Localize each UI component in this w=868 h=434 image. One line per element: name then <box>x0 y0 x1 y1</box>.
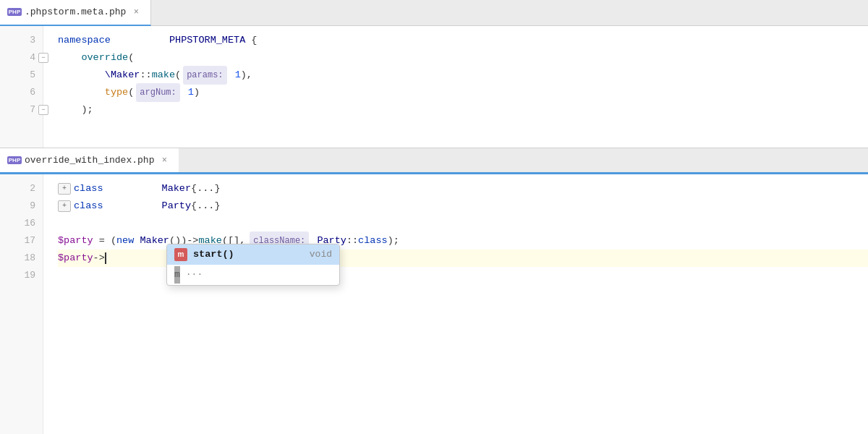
punct-party-body: {...} <box>191 197 221 215</box>
bottom-editor-section: PHP override_with_index.php × 2 9 16 17 … <box>0 148 868 434</box>
keyword-new-17: new <box>116 232 134 250</box>
punct-paren-5: ( <box>175 67 181 84</box>
php-file-icon-bottom: PHP <box>9 155 20 166</box>
editor-container: PHP .phpstorm.meta.php × 3 4 − 5 6 7 − <box>0 0 868 434</box>
line-num-4: 4 − <box>0 49 35 67</box>
line-num-19: 19 <box>0 267 35 284</box>
punct-close-5: ), <box>241 67 252 84</box>
num-1-line6: 1 <box>182 84 194 101</box>
keyword-class-2: class <box>74 180 103 197</box>
punct-paren-open-4: ( <box>128 49 134 67</box>
classname-maker-17: Maker <box>140 232 169 250</box>
punct-brace-open: { <box>245 32 257 49</box>
backslash-maker: \Maker <box>105 67 140 84</box>
classname-party: Party <box>162 197 192 215</box>
indent-7 <box>58 101 81 119</box>
punct-colons-17: :: <box>346 232 358 250</box>
code-line-3: namespace PHPSTORM_META { <box>58 32 868 49</box>
text-cursor <box>105 252 106 264</box>
code-line-4: override ( <box>58 49 868 67</box>
var-party-18: $party <box>58 250 93 267</box>
top-code-content: namespace PHPSTORM_META { override ( \Ma… <box>43 26 868 148</box>
line-num-6: 6 <box>0 84 35 101</box>
bottom-tab-bar: PHP override_with_index.php × <box>0 148 868 174</box>
code-line-5: \Maker :: make ( params: 1 ), <box>58 67 868 84</box>
tab-close-phpstorm-meta[interactable]: × <box>130 7 142 18</box>
line-num-5: 5 <box>0 67 35 84</box>
classname-maker: Maker <box>162 180 192 197</box>
punct-close-6: ) <box>194 84 200 101</box>
var-party-17: $party <box>58 232 93 250</box>
php-file-icon: PHP <box>9 7 20 18</box>
top-editor-section: PHP .phpstorm.meta.php × 3 4 − 5 6 7 − <box>0 0 868 148</box>
fold-icon-class-maker[interactable]: + <box>58 183 71 195</box>
fold-icon-class-party[interactable]: + <box>58 200 71 212</box>
tab-label-phpstorm-meta: .phpstorm.meta.php <box>25 7 126 17</box>
method-icon-start: m <box>174 248 187 261</box>
punct-paren-open-6: ( <box>128 84 134 101</box>
namespace-name: PHPSTORM_META <box>169 32 245 49</box>
tab-override-with-index[interactable]: PHP override_with_index.php × <box>0 148 179 174</box>
fn-override: override <box>81 49 128 67</box>
bottom-code-content: + class Maker {...} + class Party {...} … <box>43 174 868 434</box>
hint-argnum: argNum: <box>136 83 179 102</box>
tab-phpstorm-meta[interactable]: PHP .phpstorm.meta.php × <box>0 0 151 26</box>
tab-label-override: override_with_index.php <box>25 155 154 166</box>
punct-close-7: ); <box>81 101 93 119</box>
punct-eq-17: = ( <box>93 232 116 250</box>
bottom-line-numbers: 2 9 16 17 18 19 <box>0 174 43 434</box>
autocomplete-item-start[interactable]: m start() void <box>167 244 339 265</box>
autocomplete-item-type-start: void <box>310 246 332 263</box>
autocomplete-item-name-start: start() <box>193 246 304 263</box>
keyword-class-ref-17: class <box>358 232 388 250</box>
keyword-namespace: namespace <box>58 32 111 49</box>
code-line-6: type ( argNum: 1 ) <box>58 84 868 101</box>
keyword-class-9: class <box>74 197 103 215</box>
line-num-9: 9 <box>0 197 35 215</box>
code-line-7: ); <box>58 101 868 119</box>
method-icon-more: m <box>174 266 180 284</box>
fn-make-5: make <box>152 67 175 84</box>
autocomplete-popup: m start() void m ··· <box>166 244 340 286</box>
indent-6 <box>58 84 105 101</box>
top-line-numbers: 3 4 − 5 6 7 − <box>0 26 43 148</box>
top-tab-bar: PHP .phpstorm.meta.php × <box>0 0 868 26</box>
punct-maker-body: {...} <box>191 180 221 197</box>
punct-end-17: ); <box>388 232 399 250</box>
indent-5 <box>58 67 105 84</box>
top-code-area: 3 4 − 5 6 7 − namespace PHPSTORM_META { <box>0 26 868 148</box>
hint-params: params: <box>183 66 226 85</box>
fn-type-6: type <box>105 84 128 101</box>
autocomplete-more-label: ··· <box>186 266 203 284</box>
line-num-18: 18 <box>0 250 35 267</box>
fold-icon-4[interactable]: − <box>38 53 48 63</box>
punct-sp-17 <box>134 232 140 250</box>
code-line-16 <box>58 215 868 232</box>
line-num-2: 2 <box>0 180 35 197</box>
punct-arrow-18: -> <box>93 250 105 267</box>
line-num-7: 7 − <box>0 101 35 119</box>
code-line-9: + class Party {...} <box>58 197 868 215</box>
line-num-3: 3 <box>0 32 35 49</box>
bottom-code-area: 2 9 16 17 18 19 + class Maker {...} + cl <box>0 174 868 434</box>
punct-colons-5: :: <box>140 67 151 84</box>
indent-4 <box>58 49 81 67</box>
autocomplete-more-items: m ··· <box>167 265 339 285</box>
tab-close-override[interactable]: × <box>158 155 170 166</box>
code-line-2: + class Maker {...} <box>58 180 868 197</box>
fold-icon-7[interactable]: − <box>38 105 48 115</box>
line-num-17: 17 <box>0 232 35 250</box>
line-num-16: 16 <box>0 215 35 232</box>
num-1-line5: 1 <box>229 67 241 84</box>
